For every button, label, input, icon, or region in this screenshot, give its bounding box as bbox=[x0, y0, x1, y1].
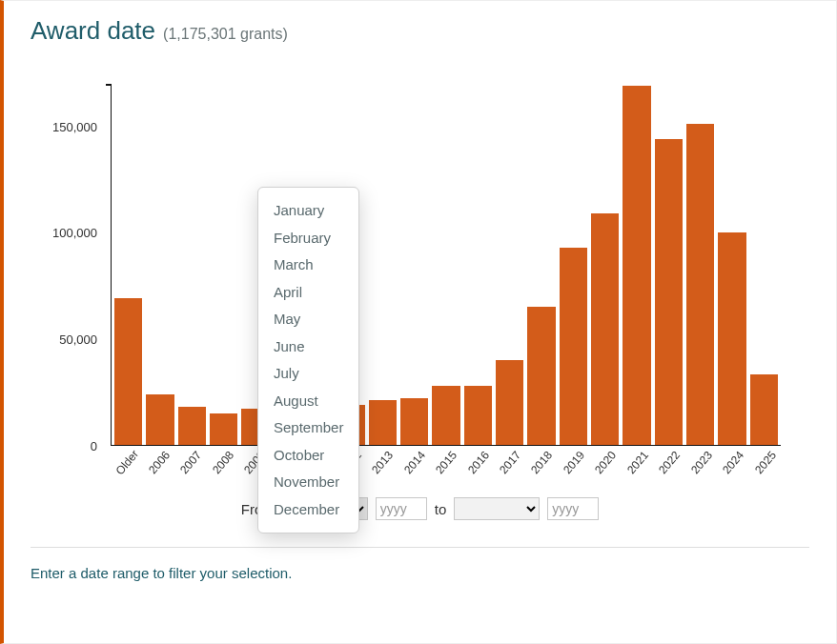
bar-Older[interactable] bbox=[114, 298, 142, 445]
bar-2025[interactable] bbox=[750, 374, 778, 445]
x-label-2014: 2014 bbox=[398, 448, 429, 484]
divider bbox=[31, 547, 809, 548]
bar-2017[interactable] bbox=[496, 360, 523, 445]
bar-2008[interactable] bbox=[210, 413, 237, 445]
panel-subtitle: (1,175,301 grants) bbox=[163, 26, 288, 43]
x-label-2022: 2022 bbox=[653, 448, 684, 484]
x-label-2024: 2024 bbox=[717, 448, 748, 484]
panel-title: Award date bbox=[31, 16, 155, 46]
month-option[interactable]: March bbox=[272, 252, 345, 279]
x-label-2025: 2025 bbox=[748, 448, 780, 484]
bar-2019[interactable] bbox=[560, 248, 587, 445]
month-option[interactable]: June bbox=[272, 333, 345, 361]
bar-2024[interactable] bbox=[718, 232, 745, 445]
x-label-2008: 2008 bbox=[206, 448, 237, 484]
bar-2016[interactable] bbox=[464, 386, 492, 445]
to-month-select[interactable] bbox=[454, 497, 540, 520]
month-option[interactable]: August bbox=[272, 388, 345, 415]
month-option[interactable]: May bbox=[272, 306, 345, 333]
bar-2021[interactable] bbox=[623, 86, 650, 445]
bar-2007[interactable] bbox=[178, 407, 206, 445]
x-label-2017: 2017 bbox=[494, 448, 525, 484]
x-axis-labels: Older20062007200820092010201120122013201… bbox=[111, 448, 781, 484]
month-option[interactable]: October bbox=[272, 442, 345, 470]
from-year-input[interactable] bbox=[376, 497, 427, 520]
help-text: Enter a date range to filter your select… bbox=[31, 565, 809, 581]
bar-2020[interactable] bbox=[591, 213, 619, 445]
x-label-2020: 2020 bbox=[589, 448, 621, 484]
x-label-2016: 2016 bbox=[461, 448, 493, 484]
bar-2022[interactable] bbox=[655, 139, 683, 445]
bar-2015[interactable] bbox=[432, 386, 459, 445]
x-label-2018: 2018 bbox=[525, 448, 557, 484]
month-option[interactable]: January bbox=[272, 197, 345, 225]
to-label: to bbox=[435, 501, 447, 517]
title-row: Award date (1,175,301 grants) bbox=[31, 16, 809, 46]
x-label-2021: 2021 bbox=[622, 448, 653, 484]
to-year-input[interactable] bbox=[547, 497, 599, 520]
bar-2014[interactable] bbox=[400, 398, 428, 445]
x-label-2013: 2013 bbox=[366, 448, 398, 484]
y-tick: 0 bbox=[36, 439, 97, 453]
award-date-chart: 050,000100,000150,000 Older2006200720082… bbox=[31, 84, 809, 484]
x-label-2023: 2023 bbox=[684, 448, 716, 484]
bar-2023[interactable] bbox=[686, 124, 714, 445]
bar-2018[interactable] bbox=[527, 307, 555, 445]
y-tick: 50,000 bbox=[36, 332, 97, 347]
bar-2013[interactable] bbox=[369, 400, 397, 445]
month-option[interactable]: September bbox=[272, 414, 345, 442]
x-label-Older: Older bbox=[111, 448, 142, 484]
month-option[interactable]: December bbox=[272, 496, 345, 524]
x-label-2006: 2006 bbox=[142, 448, 174, 484]
month-option[interactable]: November bbox=[272, 469, 345, 496]
date-range-controls: From to bbox=[31, 497, 809, 520]
plot-area bbox=[111, 84, 781, 446]
x-label-2019: 2019 bbox=[558, 448, 589, 484]
award-date-panel: Award date (1,175,301 grants) 050,000100… bbox=[0, 0, 837, 644]
x-label-2007: 2007 bbox=[174, 448, 206, 484]
month-option[interactable]: April bbox=[272, 279, 345, 307]
month-option[interactable]: July bbox=[272, 360, 345, 388]
y-tick: 100,000 bbox=[36, 226, 97, 240]
month-option[interactable]: February bbox=[272, 225, 345, 252]
month-dropdown-popup[interactable]: JanuaryFebruaryMarchAprilMayJuneJulyAugu… bbox=[257, 187, 359, 533]
x-label-2015: 2015 bbox=[430, 448, 461, 484]
bar-2006[interactable] bbox=[146, 394, 174, 446]
y-tick: 150,000 bbox=[36, 119, 97, 133]
bars bbox=[112, 84, 781, 445]
y-axis: 050,000100,000150,000 bbox=[31, 84, 105, 446]
